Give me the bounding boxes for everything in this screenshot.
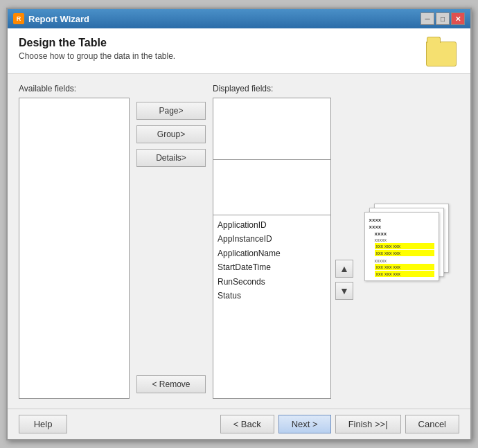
- field-item-1: AppInstanceID: [218, 232, 326, 246]
- footer-right: < Back Next > Finish >>| Cancel: [220, 415, 459, 433]
- available-fields-list[interactable]: [19, 98, 130, 399]
- rc-sub-1: xxxxx: [375, 238, 434, 242]
- preview-panel: xxxx xxxx xxxx xxxxx xxx xxx xxx xxx: [359, 84, 459, 399]
- rc-yellow-row-4: xxx xxx xxx: [375, 271, 434, 277]
- display-list-details[interactable]: ApplicationID AppInstanceID ApplicationN…: [213, 215, 331, 399]
- display-list-group[interactable]: [213, 160, 331, 215]
- title-bar: R Report Wizard ─ □ ✕: [8, 9, 470, 28]
- rc-yellow-row-1: xxx xxx xxx: [375, 243, 434, 249]
- rc-yellow-row-3: xxx xxx xxx: [375, 264, 434, 270]
- arrow-buttons: ▲ ▼: [335, 98, 353, 399]
- right-panel: Displayed fields: ApplicationID AppInsta…: [213, 84, 353, 399]
- rc-cell-7: xxx: [376, 265, 384, 269]
- move-down-button[interactable]: ▼: [335, 282, 353, 300]
- rc-line-3: xxxx: [369, 231, 434, 237]
- rc-cell-3: xxx: [393, 244, 401, 249]
- field-item-0: ApplicationID: [218, 218, 326, 232]
- rc-cell-4: xxx: [376, 251, 384, 256]
- remove-button[interactable]: < Remove: [136, 375, 206, 393]
- rc-cell-5: xxx: [384, 251, 392, 256]
- group-button[interactable]: Group>: [136, 125, 206, 143]
- rc-cell-11: xxx: [384, 271, 392, 276]
- field-item-2: ApplicationName: [218, 247, 326, 260]
- main-window: R Report Wizard ─ □ ✕ Design the Table C…: [6, 8, 472, 440]
- cancel-button[interactable]: Cancel: [405, 415, 459, 433]
- window-controls: ─ □ ✕: [421, 12, 465, 25]
- report-card-front: xxxx xxxx xxxx xxxxx xxx xxx xxx xxx: [364, 212, 439, 281]
- rc-cell-9: xxx: [393, 265, 401, 269]
- rc-cell-10: xxx: [376, 271, 384, 276]
- display-list-page[interactable]: [213, 98, 331, 160]
- left-panel: Available fields:: [19, 84, 130, 399]
- finish-button[interactable]: Finish >>|: [335, 415, 401, 433]
- close-button[interactable]: ✕: [451, 12, 465, 25]
- content-area: Available fields: Page> Group> Details> …: [19, 84, 459, 399]
- footer-left: Help: [19, 415, 67, 433]
- minimize-button[interactable]: ─: [421, 12, 434, 25]
- page-button[interactable]: Page>: [136, 102, 206, 120]
- rc-sub-2: xxxxx: [375, 258, 434, 263]
- rc-cell-1: xxx: [376, 244, 384, 249]
- details-button[interactable]: Details>: [136, 149, 206, 167]
- rc-cell-12: xxx: [393, 271, 401, 276]
- back-button[interactable]: < Back: [220, 415, 274, 433]
- main-content: Available fields: Page> Group> Details> …: [8, 74, 470, 409]
- maximize-button[interactable]: □: [436, 12, 450, 25]
- group-buttons: Page> Group> Details>: [136, 102, 206, 172]
- rc-subgroup2: xxxxx xxx xxx xxx xxx xxx xxx: [369, 258, 434, 277]
- header-text: Design the Table Choose how to group the…: [19, 37, 175, 61]
- field-item-3: StartDateTime: [218, 260, 326, 274]
- report-preview: xxxx xxxx xxxx xxxxx xxx xxx xxx xxx: [364, 204, 454, 294]
- field-item-4: RunSeconds: [218, 275, 326, 289]
- displayed-fields-label: Displayed fields:: [213, 84, 353, 93]
- rc-cell-6: xxx: [393, 251, 401, 256]
- header-section: Design the Table Choose how to group the…: [8, 28, 470, 74]
- folder-icon: [426, 42, 457, 66]
- right-content: ApplicationID AppInstanceID ApplicationN…: [213, 98, 353, 399]
- page-title: Design the Table: [19, 37, 175, 49]
- window-title: Report Wizard: [28, 14, 421, 24]
- right-lists: ApplicationID AppInstanceID ApplicationN…: [213, 98, 331, 399]
- rc-subgroup1: xxxxx xxx xxx xxx xxx xxx xxx: [369, 238, 434, 256]
- help-button[interactable]: Help: [19, 415, 67, 433]
- next-button[interactable]: Next >: [278, 415, 331, 433]
- app-icon: R: [13, 13, 24, 24]
- rc-yellow-row-2: xxx xxx xxx: [375, 250, 434, 256]
- page-subtitle: Choose how to group the data in the tabl…: [19, 51, 175, 61]
- move-up-button[interactable]: ▲: [335, 260, 353, 278]
- rc-cell-2: xxx: [384, 244, 392, 249]
- available-fields-label: Available fields:: [19, 84, 130, 93]
- field-item-5: Status: [218, 289, 326, 303]
- footer: Help < Back Next > Finish >>| Cancel: [8, 409, 470, 439]
- header-icon: [426, 33, 459, 66]
- rc-line-2: xxxx: [369, 224, 434, 230]
- rc-cell-8: xxx: [384, 265, 392, 269]
- rc-line-1: xxxx: [369, 217, 434, 223]
- middle-panel: Page> Group> Details> < Remove: [130, 84, 213, 399]
